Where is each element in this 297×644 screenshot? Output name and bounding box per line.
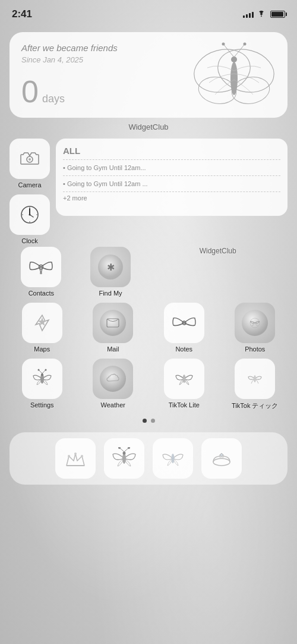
svg-point-9	[29, 158, 31, 161]
svg-point-2	[213, 43, 279, 98]
svg-point-34	[123, 452, 126, 455]
app-photos[interactable]: Photos	[223, 303, 288, 353]
svg-point-32	[81, 455, 83, 457]
camera-icon[interactable]	[10, 139, 50, 179]
notes-label: Notes	[175, 345, 192, 353]
battery-icon	[270, 11, 285, 18]
svg-point-31	[68, 455, 70, 457]
clock-icon[interactable]	[10, 194, 50, 235]
widget-days-number: 0	[21, 76, 39, 107]
top-widget[interactable]: After we became friends Since Jan 4, 202…	[10, 32, 287, 118]
widget-club-label-1: WidgetClub	[0, 122, 297, 131]
svg-point-27	[45, 369, 46, 371]
notes-divider-3	[63, 191, 280, 192]
app-mail[interactable]: Mail	[81, 303, 146, 353]
dock-item-2[interactable]	[104, 438, 144, 479]
widget-club-label-2: WidgetClub	[200, 247, 236, 255]
app-settings[interactable]: Settings	[10, 359, 75, 409]
dot-2[interactable]	[151, 419, 155, 423]
notes-widget-title: ALL	[63, 146, 280, 156]
svg-point-30	[74, 453, 77, 455]
notes-app-icon[interactable]	[164, 303, 204, 343]
app-weather[interactable]: Weather	[81, 359, 146, 409]
contacts-label: Contacts	[29, 290, 54, 297]
widget-days-label: days	[42, 93, 65, 105]
app-tiktok-lite[interactable]: TikTok Lite	[151, 359, 217, 409]
dock-icon-butterfly2[interactable]	[153, 438, 193, 479]
svg-point-29	[254, 375, 256, 382]
settings-app-icon[interactable]	[22, 359, 62, 399]
notes-divider-1	[63, 159, 280, 160]
camera-label: Camera	[18, 181, 41, 189]
svg-point-0	[189, 43, 255, 98]
butterfly-decoration	[187, 38, 282, 118]
svg-point-5	[231, 56, 237, 62]
contacts-app-icon[interactable]	[21, 247, 61, 287]
notes-item-2: • Going to Gym Until 12am ...	[63, 178, 280, 189]
dot-1[interactable]	[143, 419, 147, 423]
app-findmy[interactable]: ✱ Find My	[79, 247, 143, 297]
notes-widget[interactable]: ALL • Going to Gym Until 12am... • Going…	[56, 139, 287, 216]
status-bar: 2:41	[0, 0, 297, 26]
svg-point-25	[41, 373, 43, 376]
photos-label: Photos	[245, 345, 265, 353]
dock-icon-ring[interactable]	[201, 438, 242, 479]
app-tiktok2[interactable]: TikTok ティック	[223, 359, 288, 410]
dock-icon-butterfly1[interactable]	[104, 438, 144, 479]
app-notes[interactable]: Notes	[151, 303, 217, 353]
mail-label: Mail	[107, 345, 119, 353]
dock-item-1[interactable]	[55, 438, 96, 479]
svg-point-28	[182, 375, 185, 383]
weather-label: Weather	[101, 401, 125, 409]
dock-item-4[interactable]	[201, 438, 242, 479]
svg-point-13	[29, 214, 31, 216]
svg-point-6	[222, 43, 225, 46]
clock-label: Clock	[21, 237, 38, 244]
notes-item-1: • Going to Gym Until 12am...	[63, 162, 280, 173]
app-row-3: ★ Maps Mail	[10, 303, 287, 353]
status-icons	[243, 11, 285, 18]
tiktok2-label: TikTok ティック	[232, 401, 278, 410]
wifi-icon	[257, 11, 266, 18]
notes-divider-2	[63, 175, 280, 176]
dock	[10, 432, 287, 485]
svg-point-33	[122, 453, 126, 464]
findmy-app-icon[interactable]: ✱	[90, 247, 131, 287]
svg-point-26	[37, 369, 39, 371]
app-camera[interactable]: Camera	[10, 139, 50, 189]
svg-text:★: ★	[37, 315, 48, 328]
page-dots	[0, 419, 297, 423]
svg-point-38	[172, 454, 175, 463]
findmy-label: Find My	[99, 290, 122, 297]
apps-col-1: Camera	[10, 139, 50, 244]
signal-icon	[243, 11, 254, 18]
app-row-4: Settings Weather	[10, 359, 287, 410]
tiktok2-app-icon[interactable]	[235, 359, 275, 399]
weather-app-icon[interactable]	[93, 359, 133, 399]
maps-app-icon[interactable]: ★	[22, 303, 62, 343]
app-contacts[interactable]: Contacts	[10, 247, 73, 297]
mail-app-icon[interactable]	[93, 303, 133, 343]
app-row-2: Contacts ✱ Find My Widge	[10, 247, 287, 297]
svg-text:✱: ✱	[107, 262, 115, 272]
svg-point-39	[213, 458, 230, 466]
svg-point-7	[244, 43, 247, 46]
status-time: 2:41	[12, 8, 32, 20]
app-row-1: Camera	[10, 139, 287, 244]
svg-point-4	[230, 62, 238, 95]
maps-label: Maps	[34, 345, 50, 353]
tiktok-lite-label: TikTok Lite	[169, 401, 200, 409]
photos-app-icon[interactable]	[235, 303, 275, 343]
app-maps[interactable]: ★ Maps	[10, 303, 75, 353]
settings-label: Settings	[30, 401, 54, 409]
tiktok-lite-app-icon[interactable]	[164, 359, 204, 399]
app-clock[interactable]: Clock	[10, 194, 50, 244]
notes-more: +2 more	[63, 194, 280, 202]
dock-icon-crown[interactable]	[55, 438, 96, 479]
dock-item-3[interactable]	[153, 438, 193, 479]
